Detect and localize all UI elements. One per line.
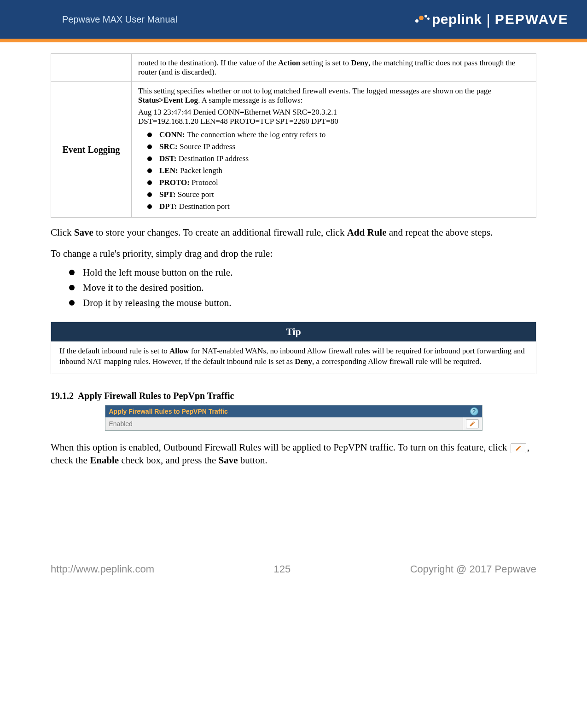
event-logging-label: Event Logging [51, 82, 132, 218]
pencil-icon [469, 421, 476, 427]
panel-row-enabled: Enabled [105, 417, 482, 430]
help-icon[interactable]: ? [470, 407, 478, 416]
list-item: DST: Destination IP address [159, 153, 529, 165]
brand-logo: peplink | PEPWAVE [414, 11, 569, 28]
tip-heading: Tip [51, 322, 536, 341]
brand-peplink: peplink [432, 12, 482, 27]
log-fields-list: CONN: The connection where the log entry… [138, 129, 529, 213]
list-item: PROTO: Protocol [159, 177, 529, 189]
tip-body: If the default inbound rule is set to Al… [51, 341, 536, 374]
list-item: SPT: Source port [159, 189, 529, 201]
edit-button[interactable] [466, 419, 479, 428]
panel-heading-text: Apply Firewall Rules to PepVPN Traffic [109, 408, 228, 415]
event-logging-description: This setting specifies whether or not to… [132, 82, 536, 218]
table-row: routed to the destination). If the value… [51, 54, 536, 82]
enabled-label: Enabled [105, 417, 463, 430]
drag-steps-list: Hold the left mouse button on the rule. … [51, 265, 536, 311]
brand-separator: | [487, 11, 490, 28]
document-header: Pepwave MAX User Manual peplink | PEPWAV… [0, 0, 587, 39]
section-heading: 19.1.2 Apply Firewall Rules to PepVpn Tr… [51, 391, 536, 401]
brand-pepwave: PEPWAVE [495, 12, 569, 27]
pencil-icon [515, 445, 522, 451]
log-sample-line-2: DST=192.168.1.20 LEN=48 PROTO=TCP SPT=22… [138, 117, 529, 126]
page-number: 125 [154, 563, 410, 575]
list-item: SRC: Source IP address [159, 141, 529, 153]
list-item: CONN: The connection where the log entry… [159, 129, 529, 141]
logo-dots-icon [414, 15, 430, 24]
list-item: DPT: Destination port [159, 201, 529, 213]
edit-cell [463, 417, 482, 430]
list-item: LEN: Packet length [159, 165, 529, 177]
page-content: routed to the destination). If the value… [0, 42, 587, 499]
footer-url: http://www.peplink.com [51, 563, 154, 575]
priority-instructions: To change a rule's priority, simply drag… [51, 247, 536, 260]
pepvpn-firewall-panel: Apply Firewall Rules to PepVPN Traffic ?… [105, 405, 482, 431]
header-accent-strip [0, 39, 587, 42]
tip-box: Tip If the default inbound rule is set t… [51, 322, 536, 374]
list-item: Hold the left mouse button on the rule. [83, 265, 536, 280]
list-item: Move it to the desired position. [83, 280, 536, 295]
save-instructions: Click Save to store your changes. To cre… [51, 226, 536, 239]
manual-title: Pepwave MAX User Manual [62, 14, 177, 25]
list-item: Drop it by releasing the mouse button. [83, 295, 536, 311]
log-sample-line-1: Aug 13 23:47:44 Denied CONN=Ethernet WAN… [138, 108, 529, 117]
table-row: Event Logging This setting specifies whe… [51, 82, 536, 218]
footer-copyright: Copyright @ 2017 Pepwave [410, 563, 536, 575]
pepvpn-enable-instructions: When this option is enabled, Outbound Fi… [51, 441, 536, 467]
page-footer: http://www.peplink.com 125 Copyright @ 2… [0, 563, 587, 575]
settings-table: routed to the destination). If the value… [51, 53, 536, 218]
row-label-empty [51, 54, 132, 82]
inline-edit-button[interactable] [511, 443, 526, 453]
action-deny-description: routed to the destination). If the value… [132, 54, 536, 82]
panel-heading: Apply Firewall Rules to PepVPN Traffic ? [105, 405, 482, 417]
